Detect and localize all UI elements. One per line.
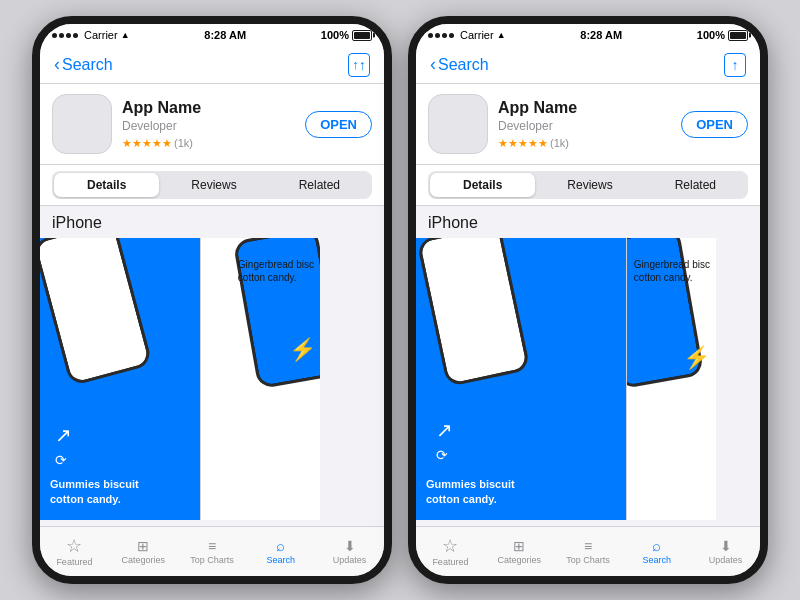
chevron-left-icon: ‹ bbox=[54, 54, 60, 75]
screenshots-label-right: iPhone bbox=[416, 206, 760, 238]
battery-icon-right bbox=[728, 30, 748, 41]
stars-right: ★★★★★ bbox=[498, 137, 548, 150]
app-rating-left: ★★★★★ (1k) bbox=[122, 137, 295, 150]
signal-dot bbox=[428, 33, 433, 38]
app-developer-right: Developer bbox=[498, 119, 671, 133]
tab-updates-right[interactable]: ⬇ Updates bbox=[691, 527, 760, 576]
tab-details-left[interactable]: Details bbox=[54, 173, 159, 197]
screenshots-scroll-left[interactable]: ↗⟳ Gummies biscuitcotton candy. ⚡ Ginger… bbox=[40, 238, 384, 520]
screenshot-1-left: ↗⟳ Gummies biscuitcotton candy. bbox=[40, 238, 200, 520]
featured-label: Featured bbox=[56, 557, 92, 567]
gummies-text-right: Gummies biscuitcotton candy. bbox=[426, 477, 515, 506]
back-button-right[interactable]: ‹ Search bbox=[430, 54, 489, 75]
topcharts-icon: ≡ bbox=[208, 539, 216, 553]
search-label-right: Search bbox=[643, 555, 672, 565]
app-header-right: App Name Developer ★★★★★ (1k) OPEN bbox=[416, 84, 760, 165]
tab-topcharts-left[interactable]: ≡ Top Charts bbox=[178, 527, 247, 576]
updates-icon: ⬇ bbox=[344, 539, 356, 553]
signal-dot bbox=[59, 33, 64, 38]
signal-dot bbox=[449, 33, 454, 38]
phone-left: Carrier ▲ 8:28 AM 100% ‹ Search ↑ App bbox=[32, 16, 392, 584]
gummies-text-left: Gummies biscuitcotton candy. bbox=[50, 477, 139, 506]
signal-dot bbox=[52, 33, 57, 38]
screenshots-left: iPhone ↗⟳ Gummies biscuitcotton candy. bbox=[40, 206, 384, 526]
status-bar-right: Carrier ▲ 8:28 AM 100% bbox=[416, 24, 760, 46]
gingerbread-text-right: Gingerbread bisccotton candy. bbox=[634, 258, 710, 284]
app-rating-right: ★★★★★ (1k) bbox=[498, 137, 671, 150]
swirl-decoration-right: ↗⟳ bbox=[436, 418, 453, 465]
phone-right: Carrier ▲ 8:28 AM 100% ‹ Search ↑ App bbox=[408, 16, 768, 584]
tab-details-right[interactable]: Details bbox=[430, 173, 535, 197]
inner-phone-mockup-right bbox=[416, 238, 530, 387]
back-label-right: Search bbox=[438, 56, 489, 74]
tab-reviews-left[interactable]: Reviews bbox=[161, 171, 266, 199]
nav-bar-right: ‹ Search ↑ bbox=[416, 46, 760, 84]
lightning-icon: ⚡ bbox=[289, 337, 316, 363]
inner-phone-mockup bbox=[40, 238, 153, 386]
screenshots-scroll-right[interactable]: ↗⟳ Gummies biscuitcotton candy. ⚡ Ginger… bbox=[416, 238, 760, 520]
screenshots-label-left: iPhone bbox=[40, 206, 384, 238]
app-header-left: App Name Developer ★★★★★ (1k) OPEN bbox=[40, 84, 384, 165]
tab-bar-right: ☆ Featured ⊞ Categories ≡ Top Charts ⌕ S… bbox=[416, 526, 760, 576]
signal-dot bbox=[442, 33, 447, 38]
screenshot-1-right: ↗⟳ Gummies biscuitcotton candy. bbox=[416, 238, 626, 520]
tab-related-left[interactable]: Related bbox=[267, 171, 372, 199]
chevron-left-icon-right: ‹ bbox=[430, 54, 436, 75]
topcharts-label-right: Top Charts bbox=[566, 555, 610, 565]
categories-icon-right: ⊞ bbox=[513, 539, 525, 553]
tab-categories-right[interactable]: ⊞ Categories bbox=[485, 527, 554, 576]
back-label: Search bbox=[62, 56, 113, 74]
featured-label-right: Featured bbox=[432, 557, 468, 567]
phones-container: Carrier ▲ 8:28 AM 100% ‹ Search ↑ App bbox=[16, 0, 784, 600]
search-label: Search bbox=[267, 555, 296, 565]
status-bar-left: Carrier ▲ 8:28 AM 100% bbox=[40, 24, 384, 46]
updates-label-right: Updates bbox=[709, 555, 743, 565]
segmented-control-left: Details Reviews Related bbox=[40, 165, 384, 206]
categories-icon: ⊞ bbox=[137, 539, 149, 553]
tab-search-right[interactable]: ⌕ Search bbox=[622, 527, 691, 576]
search-icon: ⌕ bbox=[276, 538, 285, 553]
tab-featured-left[interactable]: ☆ Featured bbox=[40, 527, 109, 576]
wifi-icon: ▲ bbox=[121, 30, 130, 40]
app-name-left: App Name bbox=[122, 99, 295, 117]
stars-left: ★★★★★ bbox=[122, 137, 172, 150]
screenshot-2-right: ⚡ Gingerbread bisccotton candy. bbox=[626, 238, 716, 520]
featured-icon-right: ☆ bbox=[442, 537, 458, 555]
share-button[interactable]: ↑ bbox=[348, 53, 370, 77]
tab-updates-left[interactable]: ⬇ Updates bbox=[315, 527, 384, 576]
tab-categories-left[interactable]: ⊞ Categories bbox=[109, 527, 178, 576]
tab-search-left[interactable]: ⌕ Search bbox=[246, 527, 315, 576]
tab-topcharts-right[interactable]: ≡ Top Charts bbox=[554, 527, 623, 576]
open-button-left[interactable]: OPEN bbox=[305, 111, 372, 138]
carrier-label-right: Carrier bbox=[460, 29, 494, 41]
carrier-label: Carrier bbox=[84, 29, 118, 41]
rating-count-left: (1k) bbox=[174, 137, 193, 149]
nav-bar-left: ‹ Search ↑ bbox=[40, 46, 384, 84]
tab-bar-left: ☆ Featured ⊞ Categories ≡ Top Charts ⌕ S… bbox=[40, 526, 384, 576]
wifi-icon-right: ▲ bbox=[497, 30, 506, 40]
battery-label: 100% bbox=[321, 29, 349, 41]
gingerbread-text-left: Gingerbread bisccotton candy. bbox=[238, 258, 314, 284]
tab-related-right[interactable]: Related bbox=[643, 171, 748, 199]
rating-count-right: (1k) bbox=[550, 137, 569, 149]
tab-reviews-right[interactable]: Reviews bbox=[537, 171, 642, 199]
topcharts-label: Top Charts bbox=[190, 555, 234, 565]
swirl-decoration: ↗⟳ bbox=[55, 423, 72, 470]
signal-dot bbox=[435, 33, 440, 38]
categories-label-right: Categories bbox=[497, 555, 541, 565]
time-label-right: 8:28 AM bbox=[580, 29, 622, 41]
time-label: 8:28 AM bbox=[204, 29, 246, 41]
topcharts-icon-right: ≡ bbox=[584, 539, 592, 553]
categories-label: Categories bbox=[121, 555, 165, 565]
tab-featured-right[interactable]: ☆ Featured bbox=[416, 527, 485, 576]
open-button-right[interactable]: OPEN bbox=[681, 111, 748, 138]
share-button-right[interactable]: ↑ bbox=[724, 53, 746, 77]
battery-icon bbox=[352, 30, 372, 41]
back-button[interactable]: ‹ Search bbox=[54, 54, 113, 75]
signal-dot bbox=[73, 33, 78, 38]
screenshot-2-left: ⚡ Gingerbread bisccotton candy. bbox=[200, 238, 320, 520]
signal-dot bbox=[66, 33, 71, 38]
featured-icon: ☆ bbox=[66, 537, 82, 555]
segmented-control-right: Details Reviews Related bbox=[416, 165, 760, 206]
search-icon-right: ⌕ bbox=[652, 538, 661, 553]
